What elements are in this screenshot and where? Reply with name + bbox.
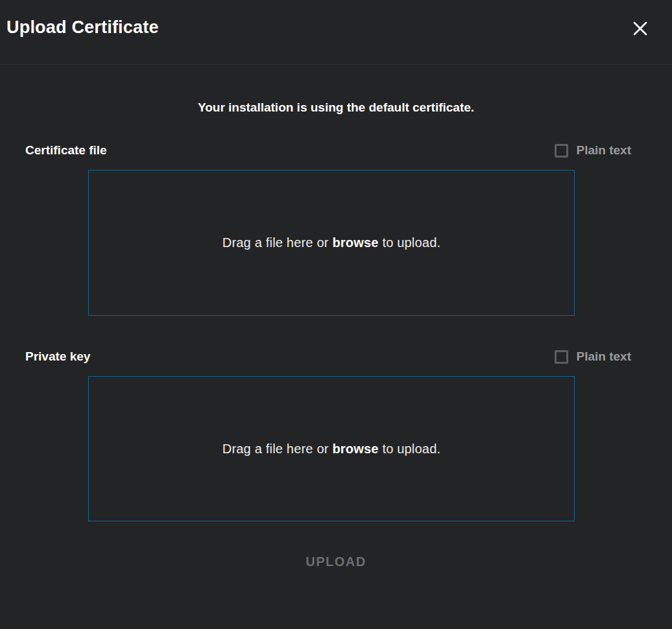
drop-text-suffix: to upload. xyxy=(379,235,441,250)
upload-certificate-dialog: Upload Certificate Your installation is … xyxy=(0,0,672,629)
close-icon xyxy=(633,21,647,36)
drop-text-prefix: Drag a file here or xyxy=(222,235,333,250)
certificate-browse-link[interactable]: browse xyxy=(332,235,378,250)
default-certificate-notice: Your installation is using the default c… xyxy=(0,101,672,115)
dialog-title: Upload Certificate xyxy=(6,18,666,38)
certificate-plain-text-toggle[interactable]: Plain text xyxy=(555,143,631,158)
certificate-dropzone-text: Drag a file here or browse to upload. xyxy=(222,235,440,250)
private-key-plain-text-toggle[interactable]: Plain text xyxy=(555,350,631,364)
private-key-plain-text-checkbox[interactable] xyxy=(555,350,568,364)
certificate-plain-text-checkbox[interactable] xyxy=(555,144,568,158)
private-key-dropzone-text: Drag a file here or browse to upload. xyxy=(222,442,440,457)
private-key-plain-text-label: Plain text xyxy=(577,350,631,364)
drop-text-prefix: Drag a file here or xyxy=(222,442,333,456)
private-key-label: Private key xyxy=(25,350,90,364)
dialog-footer: UPLOAD xyxy=(0,554,672,569)
certificate-plain-text-label: Plain text xyxy=(577,143,631,158)
certificate-file-row: Certificate file Plain text xyxy=(25,143,631,158)
upload-button[interactable]: UPLOAD xyxy=(306,554,366,569)
certificate-file-label: Certificate file xyxy=(25,143,107,158)
private-key-browse-link[interactable]: browse xyxy=(332,442,378,456)
close-button[interactable] xyxy=(630,19,650,38)
private-key-row: Private key Plain text xyxy=(25,350,631,364)
dialog-header: Upload Certificate xyxy=(0,0,672,65)
drop-text-suffix: to upload. xyxy=(379,442,441,456)
private-key-dropzone[interactable]: Drag a file here or browse to upload. xyxy=(88,376,575,521)
certificate-file-dropzone[interactable]: Drag a file here or browse to upload. xyxy=(88,170,575,316)
